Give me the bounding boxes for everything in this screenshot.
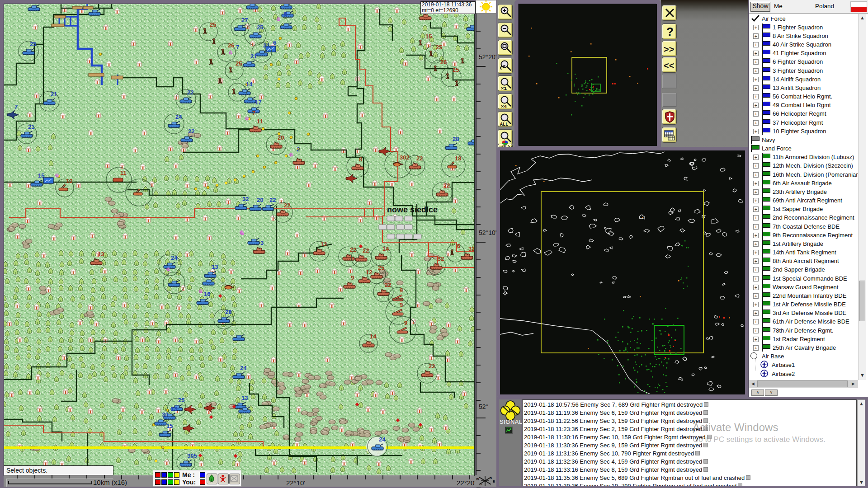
svg-text:?: ? (666, 25, 674, 38)
svg-text:>>: >> (664, 44, 674, 54)
svg-text:S: S (480, 483, 482, 486)
svg-text:E: E (493, 480, 495, 483)
svg-text:W: W (476, 478, 479, 481)
svg-text:<<: << (664, 61, 674, 70)
svg-text:×1: ×1 (501, 86, 507, 91)
svg-text:×4: ×4 (501, 104, 507, 109)
svg-text:ALL: ALL (500, 122, 508, 127)
svg-text:N: N (490, 476, 492, 479)
